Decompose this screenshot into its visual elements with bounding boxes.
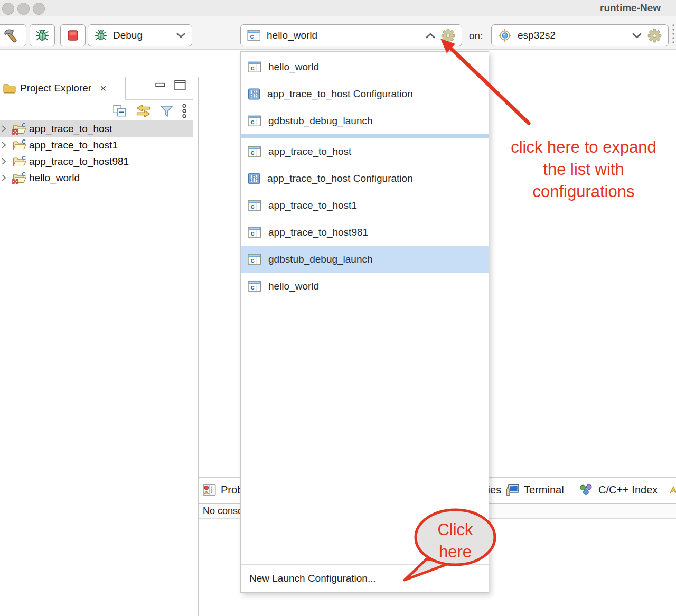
project-label: app_trace_to_host1 (29, 139, 118, 151)
dropdown-item[interactable]: app_trace_to_host Configuration (241, 165, 489, 192)
dropdown-item[interactable]: app_trace_to_host Configuration (241, 80, 489, 107)
dropdown-item-label: hello_world (268, 281, 319, 292)
dropdown-item[interactable]: gdbstub_debug_launch (241, 107, 489, 134)
dropdown-item[interactable]: app_trace_to_host1 (241, 192, 489, 219)
bug-icon (95, 29, 107, 42)
window-minimize-button[interactable] (17, 3, 30, 15)
tree-row[interactable]: app_trace_to_host1 (0, 137, 193, 153)
annotation-note: click here to expand the list with confi… (491, 136, 676, 203)
launch-config-select[interactable]: hello_world (240, 24, 462, 46)
c-project-icon (12, 139, 27, 152)
tab-label: Terminal (524, 484, 564, 496)
project-explorer-toolbar (0, 101, 193, 120)
dropdown-item-label: hello_world (268, 61, 319, 73)
gear-icon[interactable] (647, 29, 662, 43)
dropdown-item[interactable]: app_trace_to_host981 (241, 219, 489, 246)
new-launch-configuration-item[interactable]: New Launch Configuration... (241, 564, 489, 592)
gear-icon[interactable] (441, 29, 455, 43)
c-application-icon (248, 227, 261, 238)
minimize-view-icon[interactable] (155, 82, 166, 87)
c-project-icon (12, 172, 27, 184)
launch-mode-select[interactable]: Debug (88, 24, 192, 46)
project-label: app_trace_to_host (29, 123, 112, 135)
chevron-up-icon[interactable] (426, 33, 435, 39)
cpp-index-icon (579, 484, 594, 496)
launch-config-value: hello_world (267, 30, 317, 41)
dropdown-item-label: app_trace_to_host Configuration (267, 173, 413, 184)
c-application-icon (248, 61, 261, 73)
target-select[interactable]: esp32s2 (491, 24, 669, 46)
c-project-icon (12, 123, 27, 135)
configuration-sliders-icon (248, 88, 260, 100)
folder-icon (3, 83, 16, 94)
project-label: app_trace_to_host981 (29, 156, 129, 167)
project-label: hello_world (29, 172, 80, 184)
tab-terminal[interactable]: Terminal (505, 484, 564, 496)
c-application-icon (248, 281, 261, 292)
problems-icon (203, 484, 216, 496)
c-application-icon (248, 200, 261, 211)
dropdown-item-highlighted[interactable]: gdbstub_debug_launch (241, 246, 489, 273)
stop-button[interactable] (60, 24, 86, 46)
target-icon (498, 29, 512, 42)
window-close-button[interactable] (2, 3, 14, 15)
clipped-view-icon[interactable] (670, 485, 676, 496)
tree-row[interactable]: app_trace_to_host (0, 120, 193, 137)
dropdown-item[interactable]: app_trace_to_host (241, 138, 489, 165)
filter-icon[interactable] (159, 105, 174, 118)
dropdown-item-label: app_trace_to_host (268, 146, 351, 157)
expand-arrow-icon[interactable] (2, 158, 6, 165)
dropdown-item-label: app_trace_to_host981 (268, 227, 368, 238)
dropdown-item-label: gdbstub_debug_launch (268, 254, 373, 265)
project-tree: app_trace_to_host app_trace_to_host1 app… (0, 120, 193, 186)
tab-project-explorer[interactable]: Project Explorer × (0, 77, 125, 99)
dropdown-item-label: app_trace_to_host1 (268, 200, 357, 211)
target-value: esp32s2 (518, 30, 556, 41)
chevron-down-icon[interactable] (632, 33, 642, 39)
terminal-icon (505, 484, 519, 496)
c-project-icon (12, 155, 27, 168)
window-titlebar: runtime-New_ (0, 0, 676, 16)
chevron-down-icon[interactable] (176, 33, 185, 38)
explorer-editor-sash-line[interactable] (198, 77, 199, 616)
dropdown-item[interactable]: hello_world (241, 53, 489, 80)
launch-mode-value: Debug (113, 30, 143, 41)
window-title: runtime-New_ (600, 2, 666, 14)
expand-arrow-icon[interactable] (2, 174, 6, 181)
expand-arrow-icon[interactable] (2, 142, 6, 148)
tab-cpp-index[interactable]: C/C++ Index (579, 484, 658, 496)
debug-button[interactable] (30, 24, 55, 46)
annotation-note-line: configurations (491, 181, 676, 203)
on-label: on: (469, 30, 483, 42)
view-menu-icon[interactable] (181, 104, 187, 118)
expand-arrow-icon[interactable] (2, 125, 6, 132)
project-explorer-title: Project Explorer (20, 82, 91, 94)
annotation-note-line: the list with (491, 158, 676, 181)
dropdown-item-label: app_trace_to_host Configuration (267, 88, 413, 100)
c-application-icon (248, 254, 261, 265)
toolbar-grip-handle[interactable] (671, 24, 676, 43)
tab-right-border (125, 77, 126, 99)
dropdown-item-label: gdbstub_debug_launch (268, 115, 373, 127)
tabbar-bottom-border (125, 99, 193, 100)
dropdown-item[interactable]: hello_world (241, 273, 489, 300)
c-application-icon (248, 146, 261, 157)
window-zoom-button[interactable] (33, 3, 45, 15)
dropdown-separator (241, 134, 489, 138)
explorer-editor-sash[interactable] (193, 77, 193, 616)
c-application-icon (248, 115, 261, 127)
tree-row[interactable]: hello_world (0, 170, 193, 186)
configuration-sliders-icon (248, 173, 260, 184)
maximize-view-icon[interactable] (174, 80, 186, 91)
collapse-all-icon[interactable] (112, 104, 127, 118)
bug-icon (35, 29, 49, 42)
tab-label: C/C++ Index (598, 484, 658, 496)
tree-row[interactable]: app_trace_to_host981 (0, 153, 193, 170)
close-icon[interactable]: × (100, 82, 106, 95)
stop-icon (67, 29, 79, 42)
build-button[interactable] (0, 24, 26, 46)
link-with-editor-icon[interactable] (135, 104, 152, 118)
annotation-note-line: click here to expand (491, 136, 676, 158)
main-toolbar: Debug hello_world on: esp32s2 (0, 16, 676, 50)
new-launch-configuration-label: New Launch Configuration... (249, 573, 376, 584)
